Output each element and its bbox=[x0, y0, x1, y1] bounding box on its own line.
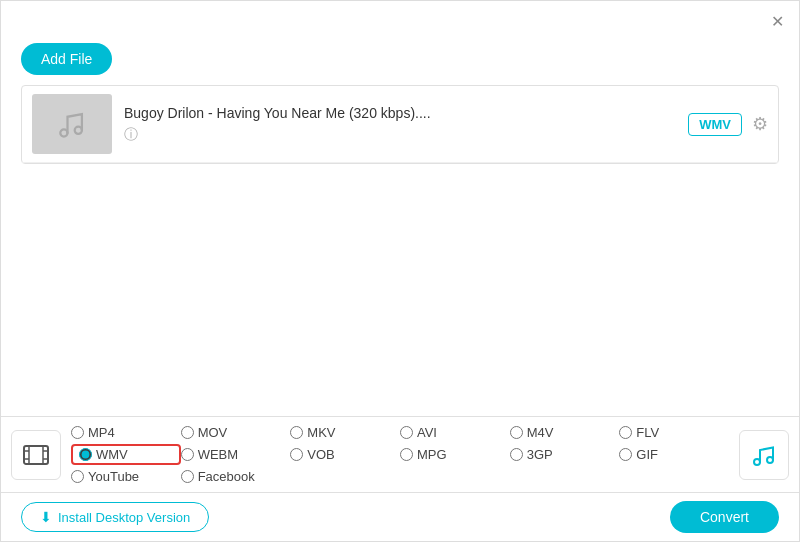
format-radio-gif[interactable] bbox=[619, 448, 632, 461]
toolbar: Add File bbox=[1, 37, 799, 85]
svg-point-1 bbox=[75, 127, 82, 134]
convert-button[interactable]: Convert bbox=[670, 501, 779, 533]
footer: ⬇ Install Desktop Version Convert bbox=[1, 493, 799, 541]
format-radio-avi[interactable] bbox=[400, 426, 413, 439]
format-option-m4v[interactable]: M4V bbox=[510, 425, 620, 440]
format-label-flv: FLV bbox=[636, 425, 659, 440]
format-radio-mkv[interactable] bbox=[290, 426, 303, 439]
format-option-youtube[interactable]: YouTube bbox=[71, 469, 181, 484]
file-thumbnail bbox=[32, 94, 112, 154]
format-bar: MP4 MOV MKV AVI M4V FLV WMV bbox=[1, 416, 799, 493]
format-label-gif: GIF bbox=[636, 447, 658, 462]
content-area bbox=[1, 164, 799, 424]
format-label-avi: AVI bbox=[417, 425, 437, 440]
format-label-mov: MOV bbox=[198, 425, 228, 440]
add-file-button[interactable]: Add File bbox=[21, 43, 112, 75]
format-label-facebook: Facebook bbox=[198, 469, 255, 484]
file-info: Bugoy Drilon - Having You Near Me (320 k… bbox=[112, 105, 688, 144]
format-radio-vob[interactable] bbox=[290, 448, 303, 461]
format-radio-youtube[interactable] bbox=[71, 470, 84, 483]
format-option-flv[interactable]: FLV bbox=[619, 425, 729, 440]
file-name: Bugoy Drilon - Having You Near Me (320 k… bbox=[124, 105, 676, 121]
format-label-webm: WEBM bbox=[198, 447, 238, 462]
format-badge[interactable]: WMV bbox=[688, 113, 742, 136]
music-note-icon bbox=[54, 106, 90, 142]
music-format-icon[interactable] bbox=[739, 430, 789, 480]
film-icon bbox=[22, 441, 50, 469]
install-desktop-button[interactable]: ⬇ Install Desktop Version bbox=[21, 502, 209, 532]
format-label-wmv: WMV bbox=[96, 447, 128, 462]
file-actions: WMV ⚙ bbox=[688, 113, 768, 136]
format-option-mp4[interactable]: MP4 bbox=[71, 425, 181, 440]
format-radio-m4v[interactable] bbox=[510, 426, 523, 439]
svg-point-10 bbox=[767, 457, 773, 463]
format-label-3gp: 3GP bbox=[527, 447, 553, 462]
title-bar: ✕ bbox=[1, 1, 799, 37]
format-option-wmv[interactable]: WMV bbox=[79, 447, 128, 462]
format-label-mkv: MKV bbox=[307, 425, 335, 440]
music-icon bbox=[751, 442, 777, 468]
install-label: Install Desktop Version bbox=[58, 510, 190, 525]
file-item: Bugoy Drilon - Having You Near Me (320 k… bbox=[22, 86, 778, 163]
format-grid: MP4 MOV MKV AVI M4V FLV WMV bbox=[71, 425, 729, 484]
file-list: Bugoy Drilon - Having You Near Me (320 k… bbox=[21, 85, 779, 164]
format-radio-mov[interactable] bbox=[181, 426, 194, 439]
svg-rect-2 bbox=[24, 446, 48, 464]
format-radio-webm[interactable] bbox=[181, 448, 194, 461]
format-radio-mpg[interactable] bbox=[400, 448, 413, 461]
svg-point-9 bbox=[754, 459, 760, 465]
format-radio-mp4[interactable] bbox=[71, 426, 84, 439]
format-radio-facebook[interactable] bbox=[181, 470, 194, 483]
format-option-mov[interactable]: MOV bbox=[181, 425, 291, 440]
svg-point-0 bbox=[60, 129, 67, 136]
format-option-mpg[interactable]: MPG bbox=[400, 444, 510, 465]
format-option-3gp[interactable]: 3GP bbox=[510, 444, 620, 465]
close-button[interactable]: ✕ bbox=[765, 9, 789, 33]
format-radio-3gp[interactable] bbox=[510, 448, 523, 461]
format-option-facebook[interactable]: Facebook bbox=[181, 469, 291, 484]
format-radio-flv[interactable] bbox=[619, 426, 632, 439]
format-label-youtube: YouTube bbox=[88, 469, 139, 484]
settings-icon[interactable]: ⚙ bbox=[752, 113, 768, 135]
format-label-vob: VOB bbox=[307, 447, 334, 462]
format-label-mp4: MP4 bbox=[88, 425, 115, 440]
download-icon: ⬇ bbox=[40, 509, 52, 525]
format-radio-wmv[interactable] bbox=[79, 448, 92, 461]
video-format-icon[interactable] bbox=[11, 430, 61, 480]
format-option-gif[interactable]: GIF bbox=[619, 444, 729, 465]
format-option-mkv[interactable]: MKV bbox=[290, 425, 400, 440]
format-option-webm[interactable]: WEBM bbox=[181, 444, 291, 465]
format-label-mpg: MPG bbox=[417, 447, 447, 462]
format-option-wmv-selected[interactable]: WMV bbox=[71, 444, 181, 465]
format-option-avi[interactable]: AVI bbox=[400, 425, 510, 440]
info-icon[interactable]: ⓘ bbox=[124, 126, 138, 142]
format-label-m4v: M4V bbox=[527, 425, 554, 440]
format-option-vob[interactable]: VOB bbox=[290, 444, 400, 465]
